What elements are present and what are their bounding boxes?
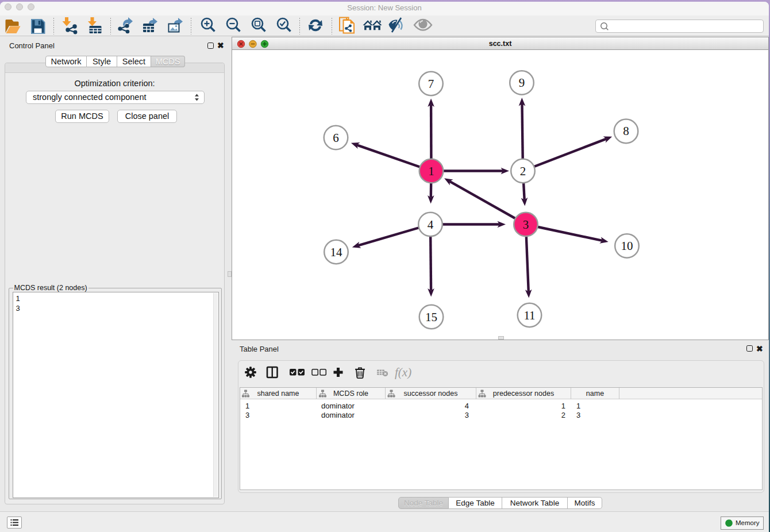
svg-text:3: 3 [523, 218, 529, 232]
svg-text:9: 9 [519, 76, 525, 90]
svg-text:14: 14 [330, 245, 343, 259]
svg-text:8: 8 [623, 124, 629, 138]
svg-text:1: 1 [428, 164, 434, 178]
svg-text:7: 7 [428, 77, 434, 91]
svg-text:2: 2 [520, 164, 526, 178]
svg-text:15: 15 [425, 310, 437, 324]
svg-text:f(x): f(x) [395, 365, 411, 379]
svg-text:11: 11 [523, 309, 535, 322]
svg-text:10: 10 [621, 239, 633, 253]
svg-text:4: 4 [428, 218, 434, 232]
svg-text:6: 6 [333, 131, 339, 145]
